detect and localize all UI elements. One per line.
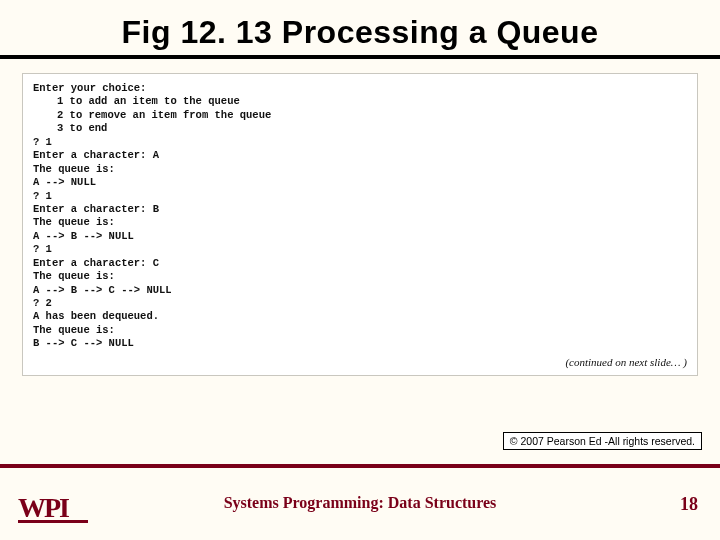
console-line: The queue is: [33, 163, 687, 176]
footer: WPI Systems Programming: Data Structures… [0, 468, 720, 540]
page-number: 18 [680, 494, 698, 515]
page-title: Fig 12. 13 Processing a Queue [0, 14, 720, 51]
console-line: ? 1 [33, 190, 687, 203]
console-line: Enter your choice: [33, 82, 687, 95]
console-line: 3 to end [33, 122, 687, 135]
console-line: 2 to remove an item from the queue [33, 109, 687, 122]
logo-underline [18, 520, 88, 523]
course-prefix: Systems Programming: [224, 494, 384, 511]
console-line: A --> B --> NULL [33, 230, 687, 243]
copyright-box: © 2007 Pearson Ed -All rights reserved. [503, 432, 702, 450]
console-output-panel: Enter your choice: 1 to add an item to t… [22, 73, 698, 376]
console-line: ? 1 [33, 136, 687, 149]
console-line: A has been dequeued. [33, 310, 687, 323]
console-line: The queue is: [33, 270, 687, 283]
console-line: Enter a character: A [33, 149, 687, 162]
course-topic: Data Structures [384, 494, 497, 511]
console-line: 1 to add an item to the queue [33, 95, 687, 108]
title-bar: Fig 12. 13 Processing a Queue [0, 0, 720, 55]
console-line: The queue is: [33, 216, 687, 229]
continued-note: (continued on next slide… ) [33, 351, 687, 369]
footer-title: Systems Programming: Data Structures [0, 494, 720, 512]
console-line: A --> NULL [33, 176, 687, 189]
console-line: ? 2 [33, 297, 687, 310]
console-line: ? 1 [33, 243, 687, 256]
console-line: A --> B --> C --> NULL [33, 284, 687, 297]
title-divider [0, 55, 720, 59]
console-line: B --> C --> NULL [33, 337, 687, 350]
console-line: Enter a character: C [33, 257, 687, 270]
console-line: Enter a character: B [33, 203, 687, 216]
console-line: The queue is: [33, 324, 687, 337]
